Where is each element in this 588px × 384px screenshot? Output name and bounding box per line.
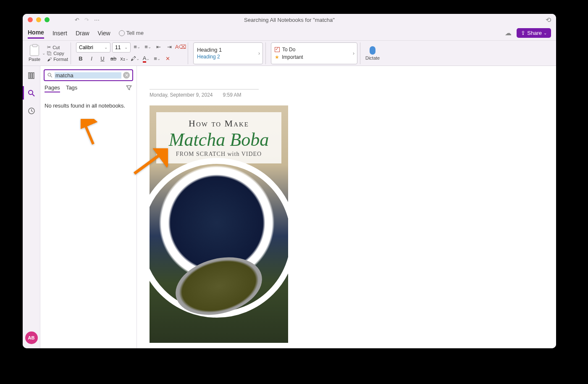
dictate-button[interactable]: Dictate [365, 46, 380, 60]
scissors-icon: ✂ [47, 45, 51, 50]
search-icon[interactable] [27, 89, 36, 98]
clear-search-button[interactable]: ✕ [123, 72, 130, 79]
bullets-button[interactable]: ≡⌄ [132, 42, 142, 52]
underline-button[interactable]: U [98, 54, 107, 63]
note-page[interactable]: Monday, September 9, 2024 9:59 AM How to… [137, 66, 556, 348]
dictate-label: Dictate [365, 55, 380, 60]
minimize-window-button[interactable] [36, 17, 41, 22]
strike-button[interactable]: ab [109, 54, 118, 63]
more-icon[interactable]: ⋯ [94, 17, 100, 23]
cut-label: Cut [52, 45, 60, 50]
window-controls [28, 17, 50, 22]
recent-icon[interactable] [27, 106, 36, 116]
copy-icon: ⿻ [47, 51, 52, 56]
todo-tag: To Do [275, 47, 354, 53]
user-avatar[interactable]: AB [25, 331, 38, 344]
maximize-window-button[interactable] [45, 17, 50, 22]
search-box[interactable]: matcha ✕ [44, 69, 133, 81]
numbering-button[interactable]: ≡⌄ [143, 42, 152, 52]
delete-button[interactable]: ✕ [163, 54, 173, 63]
cut-button[interactable]: ✂Cut [47, 45, 68, 50]
svg-point-0 [29, 90, 33, 95]
font-group: Calibri⌄ 11⌄ ≡⌄ ≡⌄ ⇤ ⇥ A⌫ B I U ab x₂⌄ 🖍… [74, 42, 188, 64]
notebooks-icon[interactable] [27, 71, 36, 80]
styles-gallery[interactable]: Heading 1 Heading 2 [193, 42, 263, 64]
copy-button[interactable]: ⿻Copy [47, 51, 68, 56]
chevron-down-icon: ⌄ [543, 31, 547, 35]
tags-gallery[interactable]: To Do ★Important [271, 42, 357, 64]
chevron-down-icon[interactable]: ⌄ [42, 51, 45, 55]
tab-insert[interactable]: Insert [52, 28, 67, 38]
content-area: AB matcha ✕ Pages Tags No results found … [23, 66, 556, 348]
checkbox-icon [275, 47, 280, 52]
ribbon: Paste ⌄ ✂Cut ⿻Copy 🖌Format Calibri⌄ 11⌄ … [23, 41, 556, 66]
undo-icon[interactable]: ↶ [75, 17, 79, 23]
brush-icon: 🖌 [47, 57, 52, 62]
image-title-1: How to Make [160, 118, 277, 129]
share-button[interactable]: ⇪ Share ⌄ [517, 28, 551, 38]
clipboard-group: Paste ⌄ ✂Cut ⿻Copy 🖌Format [26, 42, 71, 64]
bulb-icon [119, 30, 125, 36]
tell-me-label: Tell me [126, 30, 144, 36]
titlebar: ↶ ↷ ⋯ Searching All Notebooks for "match… [23, 14, 556, 26]
paste-label: Paste [29, 57, 40, 62]
tab-home[interactable]: Home [28, 27, 44, 39]
embedded-image[interactable]: How to Make Matcha Boba FROM SCRATCH wit… [150, 105, 288, 343]
svg-point-2 [48, 73, 51, 76]
search-input[interactable]: matcha [55, 72, 121, 79]
image-title-2: Matcha Boba [160, 131, 277, 149]
search-icon [47, 72, 53, 78]
close-window-button[interactable] [28, 17, 33, 22]
tab-draw[interactable]: Draw [76, 28, 89, 38]
font-name-value: Calibri [79, 45, 93, 50]
sync-icon[interactable]: ⟲ [546, 16, 551, 24]
image-title-3: FROM SCRATCH with VIDEO [160, 151, 277, 158]
search-tabs: Pages Tags [44, 84, 133, 92]
search-tab-tags[interactable]: Tags [66, 84, 77, 92]
font-color-button[interactable]: A⌄ [142, 54, 151, 63]
font-size-value: 11 [115, 45, 121, 50]
indent-button[interactable]: ⇥ [165, 42, 174, 52]
bold-button[interactable]: B [76, 54, 85, 63]
app-window: ↶ ↷ ⋯ Searching All Notebooks for "match… [23, 14, 556, 348]
left-rail: AB [23, 66, 40, 348]
italic-button[interactable]: I [87, 54, 96, 63]
search-panel: matcha ✕ Pages Tags No results found in … [40, 66, 137, 348]
format-painter-button[interactable]: 🖌Format [47, 57, 68, 62]
styles-group: Heading 1 Heading 2 [191, 42, 266, 64]
heading1-style: Heading 1 [197, 47, 259, 53]
heading2-style: Heading 2 [197, 54, 259, 60]
share-label: Share [527, 30, 542, 36]
star-icon: ★ [275, 54, 279, 60]
font-name-select[interactable]: Calibri⌄ [76, 42, 110, 53]
filter-icon[interactable] [126, 84, 132, 92]
cloud-icon[interactable]: ☁ [505, 29, 512, 37]
important-tag: ★Important [275, 54, 354, 60]
outdent-button[interactable]: ⇤ [154, 42, 163, 52]
highlight-button[interactable]: 🖍⌄ [131, 54, 140, 63]
format-label: Format [53, 57, 68, 62]
ribbon-tabs: Home Insert Draw View Tell me ☁ ⇪ Share … [23, 26, 556, 41]
no-results-text: No results found in all notebooks. [44, 103, 133, 109]
paste-button[interactable]: Paste [29, 45, 40, 62]
voice-group: Dictate [363, 42, 382, 64]
todo-label: To Do [282, 47, 295, 53]
subscript-button[interactable]: x₂⌄ [120, 54, 129, 63]
font-size-select[interactable]: 11⌄ [112, 42, 131, 53]
redo-icon[interactable]: ↷ [84, 17, 89, 23]
align-button[interactable]: ≡⌄ [152, 54, 162, 63]
clear-format-button[interactable]: A⌫ [176, 42, 185, 52]
note-title-input[interactable] [150, 76, 259, 89]
search-tab-pages[interactable]: Pages [45, 84, 60, 92]
quick-access: ↶ ↷ ⋯ [75, 17, 100, 23]
tab-view[interactable]: View [98, 28, 110, 38]
image-text-overlay: How to Make Matcha Boba FROM SCRATCH wit… [156, 112, 281, 163]
note-metadata: Monday, September 9, 2024 9:59 AM [150, 92, 543, 98]
share-icon: ⇪ [521, 30, 525, 36]
window-title: Searching All Notebooks for "matcha" [244, 17, 335, 23]
important-label: Important [282, 54, 303, 60]
tell-me[interactable]: Tell me [119, 30, 144, 36]
clipboard-icon [30, 45, 39, 56]
copy-label: Copy [53, 51, 64, 56]
note-date: Monday, September 9, 2024 [150, 92, 213, 98]
